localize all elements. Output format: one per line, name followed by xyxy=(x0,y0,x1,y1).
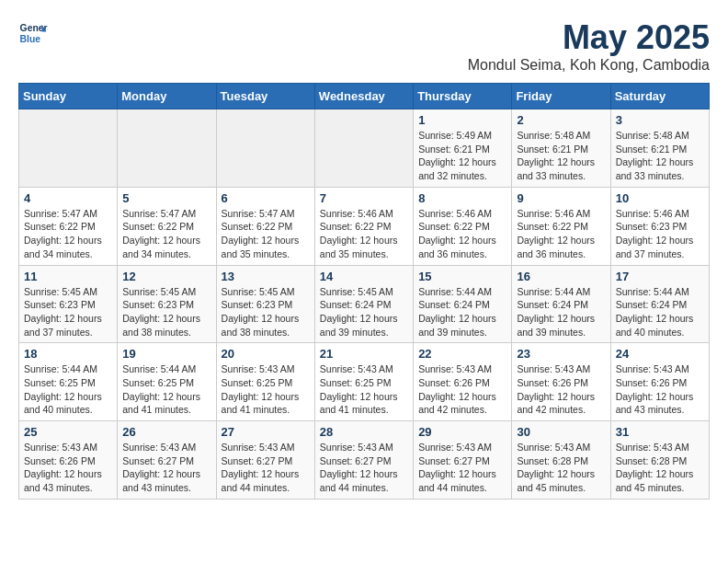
day-info: Sunrise: 5:43 AMSunset: 6:26 PMDaylight:… xyxy=(616,362,704,417)
calendar-cell: 9Sunrise: 5:46 AMSunset: 6:22 PMDaylight… xyxy=(512,187,610,265)
day-number: 30 xyxy=(517,425,605,439)
day-info: Sunrise: 5:43 AMSunset: 6:25 PMDaylight:… xyxy=(222,362,310,417)
calendar-title: May 2025 xyxy=(468,18,710,57)
calendar-cell: 18Sunrise: 5:44 AMSunset: 6:25 PMDayligh… xyxy=(19,343,118,421)
day-number: 29 xyxy=(418,425,506,439)
weekday-header-thursday: Thursday xyxy=(414,84,512,109)
day-info: Sunrise: 5:48 AMSunset: 6:21 PMDaylight:… xyxy=(616,129,704,183)
day-info: Sunrise: 5:44 AMSunset: 6:25 PMDaylight:… xyxy=(122,362,210,417)
day-info: Sunrise: 5:46 AMSunset: 6:23 PMDaylight:… xyxy=(616,207,704,261)
day-number: 26 xyxy=(122,425,210,439)
calendar-cell: 31Sunrise: 5:43 AMSunset: 6:28 PMDayligh… xyxy=(610,421,709,500)
day-number: 4 xyxy=(24,191,112,205)
day-number: 8 xyxy=(418,191,506,205)
day-info: Sunrise: 5:43 AMSunset: 6:26 PMDaylight:… xyxy=(517,362,605,417)
day-info: Sunrise: 5:43 AMSunset: 6:26 PMDaylight:… xyxy=(24,441,112,495)
day-info: Sunrise: 5:45 AMSunset: 6:24 PMDaylight:… xyxy=(320,285,408,339)
day-info: Sunrise: 5:43 AMSunset: 6:27 PMDaylight:… xyxy=(122,441,210,495)
day-info: Sunrise: 5:48 AMSunset: 6:21 PMDaylight:… xyxy=(517,129,605,183)
day-info: Sunrise: 5:45 AMSunset: 6:23 PMDaylight:… xyxy=(122,285,210,339)
day-number: 27 xyxy=(222,425,310,439)
day-info: Sunrise: 5:46 AMSunset: 6:22 PMDaylight:… xyxy=(517,207,605,261)
day-number: 2 xyxy=(517,113,605,127)
calendar-cell: 14Sunrise: 5:45 AMSunset: 6:24 PMDayligh… xyxy=(314,265,413,343)
day-number: 23 xyxy=(517,347,605,361)
calendar-cell: 29Sunrise: 5:43 AMSunset: 6:27 PMDayligh… xyxy=(414,421,512,500)
logo-icon: General Blue xyxy=(18,18,48,48)
calendar-cell: 12Sunrise: 5:45 AMSunset: 6:23 PMDayligh… xyxy=(118,265,216,343)
title-block: May 2025 Mondul Seima, Koh Kong, Cambodi… xyxy=(468,18,710,74)
calendar-cell: 19Sunrise: 5:44 AMSunset: 6:25 PMDayligh… xyxy=(118,343,216,421)
day-info: Sunrise: 5:44 AMSunset: 6:25 PMDaylight:… xyxy=(24,362,112,417)
calendar-cell: 2Sunrise: 5:48 AMSunset: 6:21 PMDaylight… xyxy=(512,109,610,188)
day-number: 24 xyxy=(616,347,704,361)
calendar-cell xyxy=(216,109,314,188)
weekday-header-friday: Friday xyxy=(512,84,610,109)
day-info: Sunrise: 5:43 AMSunset: 6:25 PMDaylight:… xyxy=(320,362,408,417)
calendar-cell: 23Sunrise: 5:43 AMSunset: 6:26 PMDayligh… xyxy=(512,343,610,421)
day-info: Sunrise: 5:43 AMSunset: 6:28 PMDaylight:… xyxy=(616,441,704,495)
calendar-cell: 24Sunrise: 5:43 AMSunset: 6:26 PMDayligh… xyxy=(610,343,709,421)
day-number: 6 xyxy=(222,191,310,205)
calendar-cell: 15Sunrise: 5:44 AMSunset: 6:24 PMDayligh… xyxy=(414,265,512,343)
calendar-cell: 5Sunrise: 5:47 AMSunset: 6:22 PMDaylight… xyxy=(118,187,216,265)
day-info: Sunrise: 5:43 AMSunset: 6:28 PMDaylight:… xyxy=(517,441,605,495)
day-info: Sunrise: 5:47 AMSunset: 6:22 PMDaylight:… xyxy=(24,207,112,261)
day-number: 20 xyxy=(222,347,310,361)
calendar-cell: 30Sunrise: 5:43 AMSunset: 6:28 PMDayligh… xyxy=(512,421,610,500)
day-number: 7 xyxy=(320,191,408,205)
calendar-cell: 21Sunrise: 5:43 AMSunset: 6:25 PMDayligh… xyxy=(314,343,413,421)
day-info: Sunrise: 5:47 AMSunset: 6:22 PMDaylight:… xyxy=(122,207,210,261)
day-number: 15 xyxy=(418,270,506,283)
day-number: 12 xyxy=(122,270,210,283)
day-number: 9 xyxy=(517,191,605,205)
day-info: Sunrise: 5:43 AMSunset: 6:27 PMDaylight:… xyxy=(222,441,310,495)
calendar-cell: 11Sunrise: 5:45 AMSunset: 6:23 PMDayligh… xyxy=(19,265,118,343)
calendar-cell xyxy=(19,109,118,188)
day-number: 10 xyxy=(616,191,704,205)
weekday-header-row: SundayMondayTuesdayWednesdayThursdayFrid… xyxy=(19,84,710,109)
calendar-cell: 3Sunrise: 5:48 AMSunset: 6:21 PMDaylight… xyxy=(610,109,709,188)
weekday-header-saturday: Saturday xyxy=(610,84,709,109)
calendar-table: SundayMondayTuesdayWednesdayThursdayFrid… xyxy=(18,83,710,500)
day-info: Sunrise: 5:46 AMSunset: 6:22 PMDaylight:… xyxy=(418,207,506,261)
day-info: Sunrise: 5:49 AMSunset: 6:21 PMDaylight:… xyxy=(418,129,506,183)
day-number: 21 xyxy=(320,347,408,361)
calendar-week-row: 25Sunrise: 5:43 AMSunset: 6:26 PMDayligh… xyxy=(19,421,710,500)
calendar-cell: 20Sunrise: 5:43 AMSunset: 6:25 PMDayligh… xyxy=(216,343,314,421)
calendar-cell: 26Sunrise: 5:43 AMSunset: 6:27 PMDayligh… xyxy=(118,421,216,500)
day-number: 3 xyxy=(616,113,704,127)
calendar-cell: 16Sunrise: 5:44 AMSunset: 6:24 PMDayligh… xyxy=(512,265,610,343)
weekday-header-monday: Monday xyxy=(118,84,216,109)
day-number: 5 xyxy=(122,191,210,205)
day-info: Sunrise: 5:45 AMSunset: 6:23 PMDaylight:… xyxy=(222,285,310,339)
day-info: Sunrise: 5:43 AMSunset: 6:26 PMDaylight:… xyxy=(418,362,506,417)
calendar-cell: 17Sunrise: 5:44 AMSunset: 6:24 PMDayligh… xyxy=(610,265,709,343)
day-number: 31 xyxy=(616,425,704,439)
calendar-subtitle: Mondul Seima, Koh Kong, Cambodia xyxy=(468,57,710,74)
calendar-cell: 8Sunrise: 5:46 AMSunset: 6:22 PMDaylight… xyxy=(414,187,512,265)
svg-text:Blue: Blue xyxy=(20,34,41,44)
calendar-cell: 27Sunrise: 5:43 AMSunset: 6:27 PMDayligh… xyxy=(216,421,314,500)
day-number: 16 xyxy=(517,270,605,283)
calendar-week-row: 1Sunrise: 5:49 AMSunset: 6:21 PMDaylight… xyxy=(19,109,710,188)
day-info: Sunrise: 5:44 AMSunset: 6:24 PMDaylight:… xyxy=(616,285,704,339)
calendar-week-row: 4Sunrise: 5:47 AMSunset: 6:22 PMDaylight… xyxy=(19,187,710,265)
calendar-week-row: 18Sunrise: 5:44 AMSunset: 6:25 PMDayligh… xyxy=(19,343,710,421)
day-info: Sunrise: 5:47 AMSunset: 6:22 PMDaylight:… xyxy=(222,207,310,261)
day-number: 17 xyxy=(616,270,704,283)
weekday-header-wednesday: Wednesday xyxy=(314,84,413,109)
day-info: Sunrise: 5:44 AMSunset: 6:24 PMDaylight:… xyxy=(517,285,605,339)
day-number: 25 xyxy=(24,425,112,439)
day-info: Sunrise: 5:46 AMSunset: 6:22 PMDaylight:… xyxy=(320,207,408,261)
day-info: Sunrise: 5:43 AMSunset: 6:27 PMDaylight:… xyxy=(418,441,506,495)
day-number: 14 xyxy=(320,270,408,283)
day-info: Sunrise: 5:45 AMSunset: 6:23 PMDaylight:… xyxy=(24,285,112,339)
weekday-header-tuesday: Tuesday xyxy=(216,84,314,109)
day-number: 11 xyxy=(24,270,112,283)
calendar-cell: 1Sunrise: 5:49 AMSunset: 6:21 PMDaylight… xyxy=(414,109,512,188)
calendar-cell: 7Sunrise: 5:46 AMSunset: 6:22 PMDaylight… xyxy=(314,187,413,265)
calendar-cell: 10Sunrise: 5:46 AMSunset: 6:23 PMDayligh… xyxy=(610,187,709,265)
day-number: 22 xyxy=(418,347,506,361)
day-number: 13 xyxy=(222,270,310,283)
